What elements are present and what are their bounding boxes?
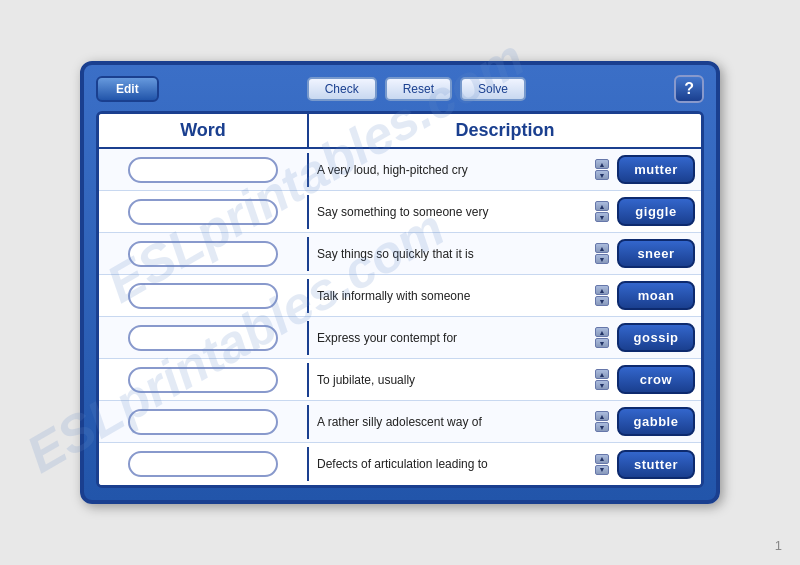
scroll-up-2[interactable]: ▲ (595, 201, 609, 211)
table-row: Express your contempt for ▲ ▼ gossip (99, 317, 701, 359)
main-container: Edit Check Reset Solve ? Word Descriptio… (80, 61, 720, 504)
scroll-down-4[interactable]: ▼ (595, 296, 609, 306)
toolbar: Edit Check Reset Solve ? (96, 75, 704, 103)
table-row: Say things so quickly that it is ▲ ▼ sne… (99, 233, 701, 275)
scroll-down-7[interactable]: ▼ (595, 422, 609, 432)
desc-cell-3: Say things so quickly that it is ▲ ▼ sne… (309, 235, 701, 272)
header-description: Description (309, 114, 701, 147)
description-text-5: Express your contempt for (317, 331, 591, 345)
table-row: Defects of articulation leading to ▲ ▼ s… (99, 443, 701, 485)
edit-button[interactable]: Edit (96, 76, 159, 102)
desc-cell-1: A very loud, high-pitched cry ▲ ▼ mutter (309, 151, 701, 188)
description-text-1: A very loud, high-pitched cry (317, 163, 591, 177)
scroll-controls-1: ▲ ▼ (595, 159, 609, 180)
check-button[interactable]: Check (307, 77, 377, 101)
scroll-controls-7: ▲ ▼ (595, 411, 609, 432)
scroll-controls-6: ▲ ▼ (595, 369, 609, 390)
table-row: A very loud, high-pitched cry ▲ ▼ mutter (99, 149, 701, 191)
table-row: Say something to someone very ▲ ▼ giggle (99, 191, 701, 233)
scroll-down-2[interactable]: ▼ (595, 212, 609, 222)
answer-button-4[interactable]: moan (617, 281, 695, 310)
scroll-down-8[interactable]: ▼ (595, 465, 609, 475)
table-body: A very loud, high-pitched cry ▲ ▼ mutter… (99, 149, 701, 485)
word-input-8[interactable] (128, 451, 278, 477)
scroll-up-8[interactable]: ▲ (595, 454, 609, 464)
header-word: Word (99, 114, 309, 147)
scroll-down-3[interactable]: ▼ (595, 254, 609, 264)
word-input-3[interactable] (128, 241, 278, 267)
scroll-down-1[interactable]: ▼ (595, 170, 609, 180)
description-text-7: A rather silly adolescent way of (317, 415, 591, 429)
page-number: 1 (775, 538, 782, 553)
word-input-6[interactable] (128, 367, 278, 393)
word-cell-4 (99, 279, 309, 313)
table-row: To jubilate, usually ▲ ▼ crow (99, 359, 701, 401)
word-input-7[interactable] (128, 409, 278, 435)
answer-button-7[interactable]: gabble (617, 407, 695, 436)
reset-button[interactable]: Reset (385, 77, 452, 101)
answer-button-1[interactable]: mutter (617, 155, 695, 184)
scroll-controls-3: ▲ ▼ (595, 243, 609, 264)
desc-cell-7: A rather silly adolescent way of ▲ ▼ gab… (309, 403, 701, 440)
word-input-1[interactable] (128, 157, 278, 183)
table-header: Word Description (99, 114, 701, 149)
desc-cell-6: To jubilate, usually ▲ ▼ crow (309, 361, 701, 398)
scroll-up-1[interactable]: ▲ (595, 159, 609, 169)
answer-button-6[interactable]: crow (617, 365, 695, 394)
word-cell-3 (99, 237, 309, 271)
answer-button-2[interactable]: giggle (617, 197, 695, 226)
word-cell-8 (99, 447, 309, 481)
description-text-2: Say something to someone very (317, 205, 591, 219)
scroll-controls-8: ▲ ▼ (595, 454, 609, 475)
scroll-up-3[interactable]: ▲ (595, 243, 609, 253)
word-input-4[interactable] (128, 283, 278, 309)
word-cell-5 (99, 321, 309, 355)
scroll-down-6[interactable]: ▼ (595, 380, 609, 390)
scroll-controls-5: ▲ ▼ (595, 327, 609, 348)
word-cell-7 (99, 405, 309, 439)
desc-cell-5: Express your contempt for ▲ ▼ gossip (309, 319, 701, 356)
scroll-up-7[interactable]: ▲ (595, 411, 609, 421)
desc-cell-2: Say something to someone very ▲ ▼ giggle (309, 193, 701, 230)
scroll-up-5[interactable]: ▲ (595, 327, 609, 337)
scroll-up-6[interactable]: ▲ (595, 369, 609, 379)
word-cell-2 (99, 195, 309, 229)
answer-button-3[interactable]: sneer (617, 239, 695, 268)
scroll-controls-4: ▲ ▼ (595, 285, 609, 306)
description-text-3: Say things so quickly that it is (317, 247, 591, 261)
table-row: A rather silly adolescent way of ▲ ▼ gab… (99, 401, 701, 443)
word-cell-1 (99, 153, 309, 187)
desc-cell-4: Talk informally with someone ▲ ▼ moan (309, 277, 701, 314)
word-cell-6 (99, 363, 309, 397)
table-row: Talk informally with someone ▲ ▼ moan (99, 275, 701, 317)
word-input-2[interactable] (128, 199, 278, 225)
content-area: Word Description A very loud, high-pitch… (96, 111, 704, 488)
description-text-6: To jubilate, usually (317, 373, 591, 387)
scroll-controls-2: ▲ ▼ (595, 201, 609, 222)
word-input-5[interactable] (128, 325, 278, 351)
description-text-8: Defects of articulation leading to (317, 457, 591, 471)
answer-button-8[interactable]: stutter (617, 450, 695, 479)
solve-button[interactable]: Solve (460, 77, 526, 101)
scroll-down-5[interactable]: ▼ (595, 338, 609, 348)
help-button[interactable]: ? (674, 75, 704, 103)
desc-cell-8: Defects of articulation leading to ▲ ▼ s… (309, 446, 701, 483)
answer-button-5[interactable]: gossip (617, 323, 695, 352)
description-text-4: Talk informally with someone (317, 289, 591, 303)
scroll-up-4[interactable]: ▲ (595, 285, 609, 295)
